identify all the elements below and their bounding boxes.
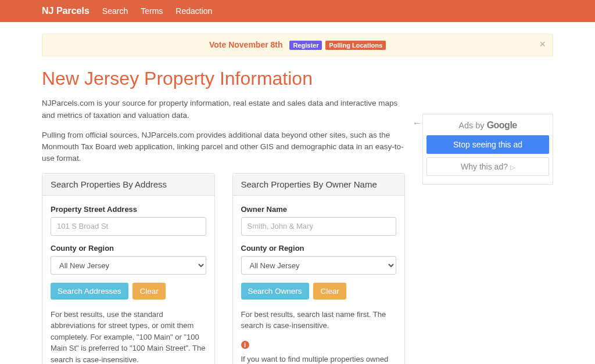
owner-search-panel: Search Properties By Owner Name Owner Na… [232, 173, 406, 364]
brand-link[interactable]: NJ Parcels [42, 6, 89, 16]
polling-badge[interactable]: Polling Locations [325, 41, 386, 50]
search-addresses-button[interactable]: Search Addresses [51, 283, 128, 300]
intro-paragraph-1: NJParcels.com is your source for propert… [42, 98, 405, 121]
info-icon: i [241, 341, 249, 349]
top-navbar: NJ Parcels Search Terms Redaction [0, 0, 595, 22]
register-badge[interactable]: Register [289, 41, 322, 50]
nav-terms[interactable]: Terms [141, 6, 163, 16]
stop-seeing-ad-button[interactable]: Stop seeing this ad [426, 135, 549, 154]
owner-clear-button[interactable]: Clear [313, 283, 346, 300]
page-title: New Jersey Property Information [42, 68, 553, 89]
owner-county-select[interactable]: All New Jersey [241, 256, 397, 275]
address-search-panel: Search Properties By Address Property St… [42, 173, 215, 364]
search-owners-button[interactable]: Search Owners [241, 283, 309, 300]
why-this-ad-button[interactable]: Why this ad?▷ [426, 157, 549, 176]
address-county-select[interactable]: All New Jersey [51, 256, 206, 275]
address-panel-heading: Search Properties By Address [42, 174, 214, 196]
owner-panel-heading: Search Properties By Owner Name [233, 174, 405, 196]
address-county-label: County or Region [51, 244, 206, 253]
intro-text: NJParcels.com is your source for propert… [42, 98, 405, 164]
intro-paragraph-2: Pulling from official sources, NJParcels… [42, 129, 405, 165]
owner-help-2: If you want to find multiple properties … [241, 354, 397, 364]
nav-redaction[interactable]: Redaction [175, 6, 212, 16]
address-input[interactable] [51, 217, 206, 236]
nav-search[interactable]: Search [102, 6, 128, 16]
owner-help-1: For best results, search last name first… [241, 309, 397, 331]
owner-input[interactable] [241, 217, 397, 236]
close-icon[interactable]: × [539, 39, 546, 49]
owner-label: Owner Name [241, 205, 397, 214]
address-label: Property Street Address [51, 205, 206, 214]
ad-box: ← Ads by Google Stop seeing this ad Why … [422, 114, 553, 185]
ad-back-icon[interactable]: ← [413, 118, 422, 128]
play-icon: ▷ [510, 164, 515, 171]
address-help-1: For best results, use the standard abbre… [51, 309, 206, 364]
ad-byline: Ads by Google [426, 120, 549, 131]
address-clear-button[interactable]: Clear [132, 283, 165, 300]
owner-county-label: County or Region [241, 244, 397, 253]
vote-alert: Vote November 8th Register Polling Locat… [42, 34, 553, 56]
alert-text: Vote November 8th [209, 40, 283, 49]
